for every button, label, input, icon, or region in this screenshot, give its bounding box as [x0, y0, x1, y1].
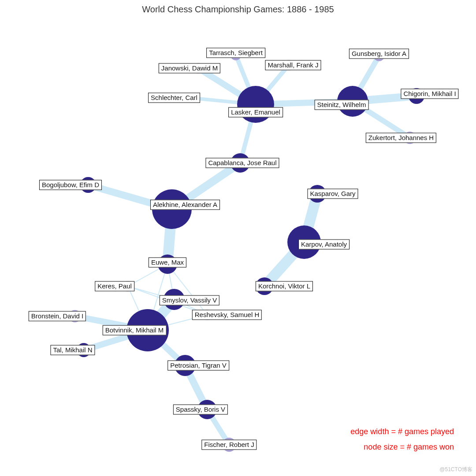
label-marshall: Marshall, Frank J [265, 60, 321, 70]
label-chigorin: Chigorin, Mikhail I [401, 89, 458, 99]
label-fischer: Fischer, Robert J [201, 440, 257, 450]
label-keres: Keres, Paul [95, 281, 134, 292]
label-reshevsky: Reshevsky, Samuel H [192, 310, 262, 320]
label-alekhine: Alekhine, Alexander A [150, 200, 220, 210]
label-tarrasch: Tarrasch, Siegbert [206, 48, 265, 58]
label-petrosian: Petrosian, Tigran V [167, 361, 229, 371]
label-euwe: Euwe, Max [149, 258, 186, 268]
label-gunsberg: Gunsberg, Isidor A [349, 49, 409, 59]
label-spassky: Spassky, Boris V [173, 405, 228, 415]
label-korchnoi: Korchnoi, Viktor L [256, 281, 313, 292]
label-janowski: Janowski, Dawid M [159, 63, 220, 74]
label-bronstein: Bronstein, David I [29, 311, 86, 321]
label-bogoljubow: Bogoljubow, Efim D [39, 180, 102, 190]
label-zukertort: Zukertort, Johannes H [366, 133, 436, 143]
legend-node-size: node size = # games won [364, 443, 454, 452]
label-schlechter: Schlechter, Carl [148, 93, 200, 103]
watermark: @51CTO博客 [439, 466, 472, 473]
label-capablanca: Capablanca, Jose Raul [205, 158, 279, 168]
label-steinitz: Steinitz, Wilhelm [315, 100, 369, 110]
label-lasker: Lasker, Emanuel [228, 107, 283, 118]
label-kasparov: Kasparov, Gary [307, 189, 358, 199]
label-botvinnik: Botvinnik, Mikhail M [103, 325, 167, 336]
legend-edge-width: edge width = # games played [350, 427, 454, 436]
label-tal: Tal, Mikhail N [50, 345, 95, 355]
network-graph [0, 0, 476, 476]
label-smyslov: Smyslov, Vassily V [160, 295, 219, 306]
label-karpov: Karpov, Anatoly [298, 240, 350, 250]
